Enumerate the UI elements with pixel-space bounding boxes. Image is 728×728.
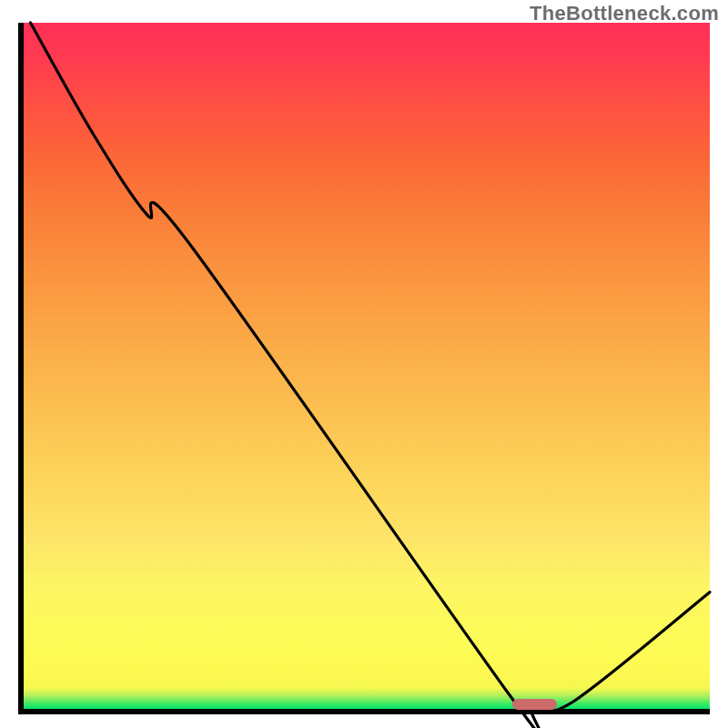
- plot-area: [18, 23, 710, 714]
- optimal-marker: [512, 699, 557, 710]
- chart-container: TheBottleneck.com: [0, 0, 728, 728]
- bottleneck-curve: [24, 23, 710, 709]
- watermark-text: TheBottleneck.com: [530, 2, 719, 25]
- curve-path: [31, 23, 711, 728]
